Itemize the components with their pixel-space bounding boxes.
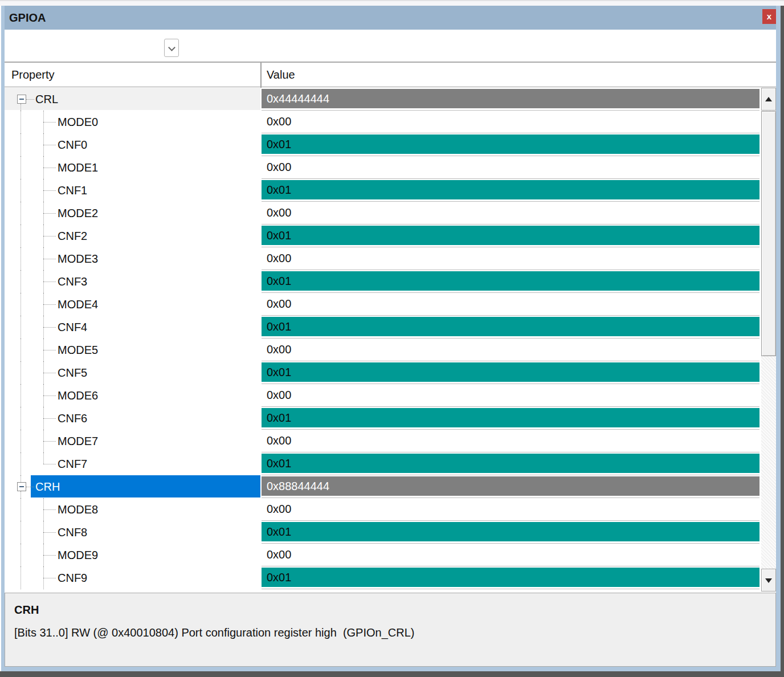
property-label: CNF0 [58, 133, 87, 156]
tree-row-cnf0[interactable]: CNF00x01 [5, 133, 776, 156]
value-text: 0x01 [262, 408, 760, 427]
property-cell[interactable]: MODE1 [5, 156, 260, 179]
tree-row-cnf3[interactable]: CNF30x01 [5, 270, 776, 293]
value-cell[interactable]: 0x01 [262, 133, 760, 156]
property-cell[interactable]: MODE3 [5, 247, 260, 270]
tree-row-mode4[interactable]: MODE40x00 [5, 293, 776, 316]
tree-row-crl[interactable]: CRL0x44444444 [5, 88, 776, 111]
property-cell[interactable]: MODE2 [5, 202, 260, 225]
value-cell[interactable]: 0x00 [262, 498, 760, 521]
property-cell[interactable]: MODE7 [5, 430, 260, 452]
property-cell[interactable]: MODE0 [5, 111, 260, 133]
tree-row-mode7[interactable]: MODE70x00 [5, 430, 776, 452]
value-cell[interactable]: 0x00 [262, 111, 760, 133]
outer-edge-right [781, 6, 784, 677]
value-text: 0x00 [262, 294, 760, 313]
property-cell[interactable]: CNF5 [5, 361, 260, 384]
property-cell[interactable]: CRH [5, 475, 260, 498]
register-dropdown[interactable] [164, 39, 179, 57]
tree-row-mode3[interactable]: MODE30x00 [5, 247, 776, 270]
tree-row-mode2[interactable]: MODE20x00 [5, 202, 776, 225]
tree-row-cnf4[interactable]: CNF40x01 [5, 316, 776, 338]
property-label: MODE3 [58, 247, 98, 270]
value-cell[interactable]: 0x01 [262, 361, 760, 384]
property-cell[interactable]: CNF7 [5, 452, 260, 475]
property-cell[interactable]: CNF1 [5, 179, 260, 202]
property-label: MODE8 [58, 498, 98, 521]
value-cell[interactable]: 0x00 [262, 544, 760, 566]
value-cell[interactable]: 0x01 [262, 566, 760, 589]
tree-row-mode8[interactable]: MODE80x00 [5, 498, 776, 521]
tree-guide [21, 430, 21, 452]
property-cell[interactable]: CNF6 [5, 407, 260, 430]
value-cell[interactable]: 0x01 [262, 316, 760, 338]
value-cell[interactable]: 0x01 [262, 179, 760, 202]
property-cell[interactable]: MODE9 [5, 544, 260, 566]
property-cell[interactable]: CNF4 [5, 316, 260, 338]
collapse-toggle[interactable] [17, 95, 26, 104]
property-cell[interactable]: MODE6 [5, 384, 260, 407]
property-cell[interactable]: CNF8 [5, 521, 260, 544]
value-cell[interactable]: 0x44444444 [262, 88, 760, 111]
scroll-up-button[interactable] [761, 88, 776, 111]
description-text: [Bits 31..0] RW (@ 0x40010804) Port conf… [14, 626, 414, 639]
value-cell[interactable]: 0x01 [262, 407, 760, 430]
property-cell[interactable]: MODE5 [5, 338, 260, 361]
property-cell[interactable]: CRL [5, 88, 260, 111]
value-cell[interactable]: 0x01 [262, 270, 760, 293]
value-cell[interactable]: 0x00 [262, 247, 760, 270]
scroll-thumb[interactable] [761, 111, 776, 356]
property-label: MODE7 [58, 430, 98, 452]
tree-row-mode1[interactable]: MODE10x00 [5, 156, 776, 179]
tree-guide [43, 452, 44, 464]
tree-row-cnf7[interactable]: CNF70x01 [5, 452, 776, 475]
tree-row-mode9[interactable]: MODE90x00 [5, 544, 776, 566]
tree-row-cnf5[interactable]: CNF50x01 [5, 361, 776, 384]
value-text: 0x01 [262, 522, 760, 541]
close-button[interactable]: x [762, 9, 776, 24]
value-cell[interactable]: 0x00 [262, 293, 760, 316]
tree-guide [21, 316, 21, 338]
description-title: CRH [14, 603, 39, 617]
value-text: 0x00 [262, 385, 760, 405]
tree-row-mode6[interactable]: MODE60x00 [5, 384, 776, 407]
value-cell[interactable]: 0x00 [262, 384, 760, 407]
tree-guide [43, 327, 56, 328]
property-cell[interactable]: MODE4 [5, 293, 260, 316]
value-cell[interactable]: 0x00 [262, 202, 760, 225]
tree-row-cnf6[interactable]: CNF60x01 [5, 407, 776, 430]
column-header-value: Value [267, 63, 295, 87]
tree-row-cnf9[interactable]: CNF90x01 [5, 566, 776, 589]
tree-guide [21, 247, 21, 270]
tree-row-mode5[interactable]: MODE50x00 [5, 338, 776, 361]
tree-row-cnf1[interactable]: CNF10x01 [5, 179, 776, 202]
property-label: CRL [35, 88, 58, 111]
scroll-down-button[interactable] [761, 569, 776, 592]
scrollbar[interactable] [761, 88, 776, 592]
value-cell[interactable]: 0x01 [262, 521, 760, 544]
property-cell[interactable]: CNF0 [5, 133, 260, 156]
property-label: CNF8 [58, 521, 87, 544]
property-cell[interactable]: MODE8 [5, 498, 260, 521]
property-cell[interactable]: CNF9 [5, 566, 260, 589]
window-border-right [776, 6, 781, 671]
tree-row-mode0[interactable]: MODE00x00 [5, 111, 776, 133]
tree-row-crh[interactable]: CRH0x88844444 [5, 475, 776, 498]
toolbar [5, 30, 776, 63]
tree-guide [21, 498, 21, 521]
tree-guide [21, 156, 21, 179]
tree-guide [21, 521, 21, 544]
tree-row-cnf8[interactable]: CNF80x01 [5, 521, 776, 544]
value-cell[interactable]: 0x00 [262, 338, 760, 361]
value-cell[interactable]: 0x01 [262, 225, 760, 247]
value-text: 0x01 [262, 317, 760, 336]
value-text: 0x00 [262, 112, 760, 131]
value-cell[interactable]: 0x88844444 [262, 475, 760, 498]
value-cell[interactable]: 0x01 [262, 452, 760, 475]
collapse-toggle[interactable] [17, 482, 26, 491]
property-cell[interactable]: CNF2 [5, 225, 260, 247]
property-cell[interactable]: CNF3 [5, 270, 260, 293]
tree-row-cnf2[interactable]: CNF20x01 [5, 225, 776, 247]
value-cell[interactable]: 0x00 [262, 430, 760, 452]
value-cell[interactable]: 0x00 [262, 156, 760, 179]
